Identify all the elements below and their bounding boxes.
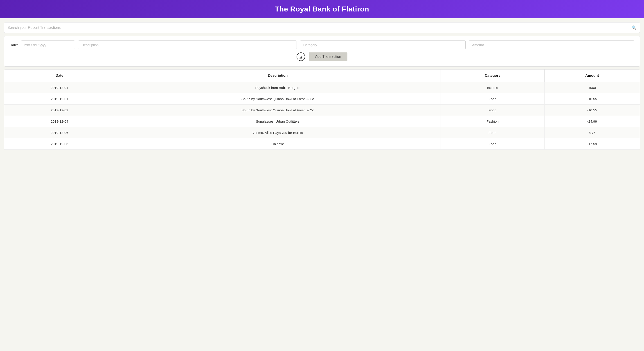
cell-date: 2019-12-02: [4, 104, 115, 116]
description-field[interactable]: [78, 40, 296, 49]
form-actions-row: ◢ Add Transaction: [10, 52, 634, 61]
col-header-amount: Amount: [544, 70, 640, 82]
cell-amount: 1000: [544, 82, 640, 94]
transactions-table: Date Description Category Amount 2019-12…: [4, 70, 640, 150]
date-label: Date:: [10, 43, 18, 47]
cell-description: South by Southwest Quinoa Bowl at Fresh …: [115, 94, 441, 104]
cell-category: Fashion: [441, 116, 544, 127]
cell-amount: -24.99: [544, 116, 640, 127]
cell-description: Chipotle: [115, 138, 441, 150]
cell-date: 2019-12-06: [4, 138, 115, 150]
search-icon: 🔍: [632, 26, 636, 30]
col-header-date: Date: [4, 70, 115, 82]
col-header-category: Category: [441, 70, 544, 82]
app-header: The Royal Bank of Flatiron: [0, 0, 644, 18]
add-transaction-form: Date: ◢ Add Transaction: [4, 36, 640, 66]
cursor-indicator: ◢: [296, 52, 305, 61]
search-input[interactable]: [8, 22, 632, 33]
cell-date: 2019-12-01: [4, 94, 115, 104]
table-row: 2019-12-01Paycheck from Bob's BurgersInc…: [4, 82, 640, 94]
cell-date: 2019-12-04: [4, 116, 115, 127]
category-field[interactable]: [300, 40, 466, 49]
search-bar: 🔍: [4, 22, 640, 33]
cell-date: 2019-12-01: [4, 82, 115, 94]
app-title: The Royal Bank of Flatiron: [0, 5, 644, 13]
form-fields-row: Date:: [10, 40, 634, 49]
add-transaction-button[interactable]: Add Transaction: [309, 52, 348, 61]
cell-category: Food: [441, 94, 544, 104]
transactions-table-container: Date Description Category Amount 2019-12…: [4, 69, 640, 150]
cell-category: Income: [441, 82, 544, 94]
cell-description: South by Southwest Quinoa Bowl at Fresh …: [115, 104, 441, 116]
table-header: Date Description Category Amount: [4, 70, 640, 82]
cell-amount: -10.55: [544, 104, 640, 116]
cell-date: 2019-12-06: [4, 127, 115, 138]
cell-amount: -10.55: [544, 94, 640, 104]
cell-description: Paycheck from Bob's Burgers: [115, 82, 441, 94]
cell-description: Venmo, Alice Pays you for Burrito: [115, 127, 441, 138]
cell-description: Sunglasses, Urban Outfitters: [115, 116, 441, 127]
cell-amount: -17.59: [544, 138, 640, 150]
table-row: 2019-12-02South by Southwest Quinoa Bowl…: [4, 104, 640, 116]
table-row: 2019-12-04Sunglasses, Urban OutfittersFa…: [4, 116, 640, 127]
amount-field[interactable]: [469, 40, 634, 49]
cell-category: Food: [441, 138, 544, 150]
transactions-body: 2019-12-01Paycheck from Bob's BurgersInc…: [4, 82, 640, 150]
date-field[interactable]: [21, 40, 75, 49]
cell-category: Food: [441, 127, 544, 138]
table-row: 2019-12-06ChipotleFood-17.59: [4, 138, 640, 150]
cell-category: Food: [441, 104, 544, 116]
col-header-description: Description: [115, 70, 441, 82]
cell-amount: 8.75: [544, 127, 640, 138]
table-row: 2019-12-01South by Southwest Quinoa Bowl…: [4, 94, 640, 104]
table-row: 2019-12-06Venmo, Alice Pays you for Burr…: [4, 127, 640, 138]
